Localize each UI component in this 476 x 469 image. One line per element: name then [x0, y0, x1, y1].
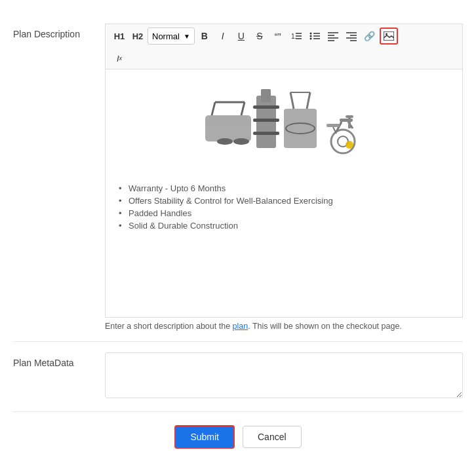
plan-description-label: Plan Description: [13, 24, 105, 39]
clear-format-button[interactable]: Ix: [111, 50, 128, 67]
unordered-list-icon: [309, 31, 320, 41]
format-select[interactable]: Normal ▼: [148, 28, 195, 45]
svg-line-22: [212, 102, 215, 115]
ordered-list-button[interactable]: 1.: [288, 28, 305, 45]
list-item: Offers Stability & Control for Well-Bala…: [129, 196, 452, 206]
format-select-value: Normal: [152, 31, 180, 41]
image-button[interactable]: [380, 28, 398, 45]
editor-content-area[interactable]: Warranty - Upto 6 Months Offers Stabilit…: [105, 69, 463, 318]
svg-point-6: [309, 38, 311, 40]
svg-rect-45: [346, 115, 353, 118]
svg-rect-42: [327, 124, 340, 127]
svg-line-35: [307, 92, 310, 109]
quote-button[interactable]: “”: [269, 28, 287, 45]
list-item: Warranty - Upto 6 Months: [129, 183, 452, 193]
svg-point-4: [309, 33, 311, 35]
ordered-list-icon: 1.: [291, 31, 302, 41]
hint-prefix: Enter a short description about the: [105, 322, 233, 331]
editor-toolbar-row1: H1 H2 Normal ▼ B I U S “” 1.: [105, 24, 463, 48]
link-button[interactable]: 🔗: [361, 28, 378, 45]
svg-line-34: [290, 92, 294, 109]
hint-suffix: . This will be shown on the checkout pag…: [248, 322, 402, 331]
svg-point-19: [386, 33, 387, 35]
h2-button[interactable]: H2: [129, 28, 146, 45]
plan-description-row: Plan Description H1 H2 Normal ▼ B I U S …: [0, 13, 476, 341]
underline-button[interactable]: U: [233, 28, 250, 45]
list-item: Padded Handles: [129, 208, 452, 218]
align-right-icon: [346, 31, 357, 41]
svg-point-46: [346, 141, 353, 149]
svg-rect-29: [253, 119, 279, 122]
strikethrough-button[interactable]: S: [251, 28, 268, 45]
editor-toolbar-row2: Ix: [105, 48, 463, 69]
svg-point-26: [233, 138, 249, 145]
unordered-list-button[interactable]: [306, 28, 323, 45]
align-left-icon: [328, 31, 338, 41]
svg-rect-28: [253, 105, 279, 109]
metadata-input[interactable]: [105, 352, 463, 398]
bold-button[interactable]: B: [196, 28, 213, 45]
list-item-text: Offers Stability & Control for Well-Bala…: [129, 196, 333, 206]
editor-hint: Enter a short description about the plan…: [105, 322, 463, 331]
h1-button[interactable]: H1: [111, 28, 128, 45]
gym-equipment-illustration: [199, 83, 369, 168]
align-left-button[interactable]: [325, 28, 342, 45]
plan-metadata-label: Plan MetaData: [13, 352, 105, 368]
svg-line-23: [241, 102, 245, 115]
chevron-down-icon: ▼: [184, 33, 190, 40]
subscript-x: x: [119, 55, 123, 62]
svg-point-25: [217, 138, 233, 145]
svg-rect-30: [253, 132, 279, 135]
list-item: Solid & Durable Construction: [129, 221, 452, 231]
svg-rect-31: [261, 89, 271, 102]
hint-link[interactable]: plan: [233, 322, 248, 331]
editor-bullet-list: Warranty - Upto 6 Months Offers Stabilit…: [115, 183, 452, 231]
plan-metadata-row: Plan MetaData: [0, 342, 476, 411]
form-buttons: Submit Cancel: [0, 412, 476, 462]
image-icon: [384, 31, 394, 41]
plan-description-editor: H1 H2 Normal ▼ B I U S “” 1.: [105, 24, 463, 331]
svg-rect-21: [208, 119, 248, 124]
editor-image: [115, 83, 452, 170]
svg-rect-18: [384, 31, 394, 41]
svg-point-5: [309, 35, 311, 37]
plan-metadata-content: [105, 352, 463, 401]
cancel-button[interactable]: Cancel: [243, 426, 302, 448]
align-right-button[interactable]: [343, 28, 360, 45]
submit-button[interactable]: Submit: [174, 425, 235, 449]
svg-rect-32: [284, 109, 317, 148]
italic-button[interactable]: I: [214, 28, 231, 45]
